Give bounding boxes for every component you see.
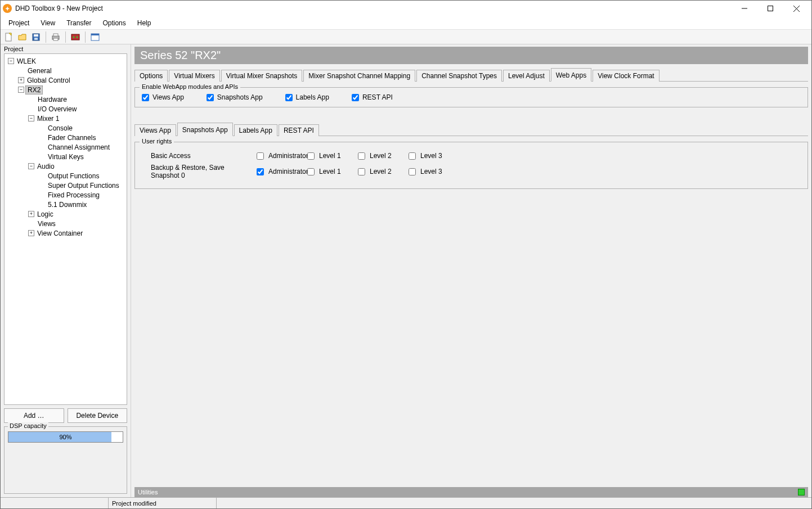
tab-mixer-snapshot-channel-mapping[interactable]: Mixer Snapshot Channel Mapping [303,70,415,82]
window-minimize-button[interactable] [732,1,757,16]
app-window: ✦ DHD Toolbox 9 - New Project Project Vi… [0,0,812,509]
subtab-labels-app[interactable]: Labels App [234,124,277,136]
project-panel-title: Project [1,44,131,53]
tree-collapse-icon[interactable]: − [8,58,14,64]
delete-device-button[interactable]: Delete Device [68,408,128,423]
tree-item-mixer1[interactable]: Mixer 1 [35,115,61,123]
menu-transfer[interactable]: Transfer [61,18,97,28]
window-close-button[interactable] [783,1,809,16]
check-rest-api[interactable]: REST API [352,93,393,101]
tree-collapse-icon[interactable]: − [28,115,34,121]
tree-collapse-icon[interactable]: − [18,87,24,93]
menu-view[interactable]: View [35,18,61,28]
toolbar [1,30,811,44]
toolbar-print-icon[interactable] [50,31,62,43]
check-basic-l2[interactable] [358,152,365,160]
tree-item-channel-assignment[interactable]: Channel Assignment [46,143,111,151]
tree-item-super-output-functions[interactable]: Super Output Functions [46,182,121,190]
check-snapshots-app-input[interactable] [207,94,214,101]
toolbar-open-icon[interactable] [16,31,29,43]
toolbar-window-icon[interactable] [89,31,101,43]
series-header: Series 52 "RX2" [134,47,808,64]
toolbar-new-icon[interactable] [3,31,15,43]
tree-item-view-container[interactable]: View Container [35,229,84,237]
dsp-capacity-box: DSP capacity 90% [4,426,127,494]
tree-item-hardware[interactable]: Hardware [36,96,69,103]
tree-item-io-overview[interactable]: I/O Overview [36,105,78,113]
sub-tab-strip: Views App Snapshots App Labels App REST … [134,123,808,136]
rights-basic-access-label: Basic Access [142,152,254,160]
user-rights-legend: User rights [140,138,174,145]
check-backup-l1[interactable] [307,168,315,175]
menubar: Project View Transfer Options Help [1,16,811,30]
tree-item-fader-channels[interactable]: Fader Channels [46,134,97,142]
tree-item-global-control[interactable]: Global Control [25,76,72,84]
svg-rect-7 [34,34,38,37]
check-rest-api-input[interactable] [352,94,359,101]
tree-item-audio[interactable]: Audio [35,163,56,170]
tree-expand-icon[interactable]: + [28,230,34,236]
statusbar-cell-1 [1,498,109,508]
tab-options[interactable]: Options [134,70,168,82]
project-tree[interactable]: −WLEK General +Global Control −RX2 Hardw… [4,53,127,405]
tree-expand-icon[interactable]: + [18,77,24,83]
tab-level-adjust[interactable]: Level Adjust [503,70,550,82]
subtab-views-app[interactable]: Views App [134,124,176,136]
utilities-label: Utilities [138,489,158,496]
tree-item-virtual-keys[interactable]: Virtual Keys [46,153,86,161]
utilities-bar[interactable]: Utilities [134,487,808,497]
svg-rect-11 [53,38,58,40]
main-area: Series 52 "RX2" Options Virtual Mixers V… [131,44,811,497]
tree-item-wlek[interactable]: WLEK [15,57,38,65]
tree-item-console[interactable]: Console [46,124,74,132]
tree-expand-icon[interactable]: + [28,211,34,217]
tree-collapse-icon[interactable]: − [28,163,34,169]
tree-item-rx2[interactable]: RX2 [25,85,43,94]
tab-virtual-mixer-snapshots[interactable]: Virtual Mixer Snapshots [221,70,303,82]
tree-item-logic[interactable]: Logic [35,210,55,218]
check-basic-l3[interactable] [409,152,416,160]
menu-project[interactable]: Project [3,18,35,28]
check-views-app[interactable]: Views App [142,93,184,101]
menu-options[interactable]: Options [97,18,131,28]
tab-view-clock-format[interactable]: View Clock Format [593,70,659,82]
dsp-capacity-label: DSP capacity [8,422,48,429]
svg-rect-8 [34,38,38,40]
tree-item-general[interactable]: General [26,67,53,75]
check-snapshots-app[interactable]: Snapshots App [207,93,263,101]
content-area: Project −WLEK General +Global Control −R… [1,44,811,497]
toolbar-save-icon[interactable] [30,31,42,43]
subtab-snapshots-app[interactable]: Snapshots App [177,123,233,136]
tree-item-fixed-processing[interactable]: Fixed Processing [46,191,101,199]
svg-rect-12 [71,34,79,40]
tab-channel-snapshot-types[interactable]: Channel Snapshot Types [416,70,502,82]
svg-rect-10 [53,34,58,36]
toolbar-device-icon[interactable] [69,31,82,43]
check-backup-l3[interactable] [409,168,416,175]
check-basic-admin[interactable] [257,152,264,160]
check-labels-app[interactable]: Labels App [285,93,329,101]
check-labels-app-input[interactable] [285,94,293,101]
add-device-button[interactable]: Add … [4,408,64,423]
dsp-progress-bar: 90% [8,431,123,443]
statusbar-project-modified: Project modified [109,498,217,508]
tree-item-output-functions[interactable]: Output Functions [46,172,101,180]
window-maximize-button[interactable] [757,1,783,16]
dsp-percent: 90% [8,432,123,442]
tree-item-51-downmix[interactable]: 5.1 Downmix [46,201,88,209]
tree-item-views[interactable]: Views [36,220,57,228]
statusbar-cell-3 [217,498,811,508]
window-title: DHD Toolbox 9 - New Project [15,4,103,12]
app-icon: ✦ [3,4,12,13]
tab-virtual-mixers[interactable]: Virtual Mixers [169,70,219,82]
check-backup-l2[interactable] [358,168,365,175]
subtab-rest-api[interactable]: REST API [279,124,319,136]
menu-help[interactable]: Help [132,18,157,28]
tab-web-apps[interactable]: Web Apps [551,68,591,82]
check-basic-l1[interactable] [307,152,315,160]
check-backup-admin[interactable] [257,168,264,175]
check-views-app-input[interactable] [142,94,149,101]
svg-point-14 [77,36,78,38]
svg-rect-1 [768,6,773,11]
statusbar: Project modified [1,497,811,508]
